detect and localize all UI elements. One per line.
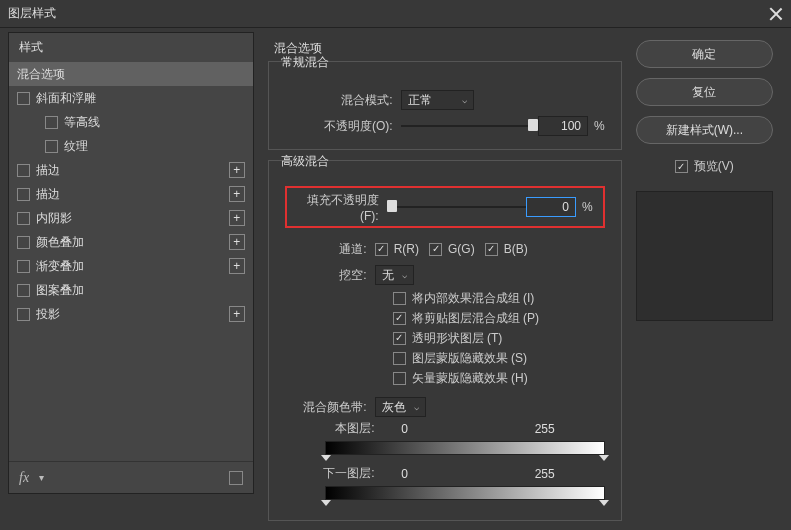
close-icon[interactable] <box>769 7 783 21</box>
highlight-box: 填充不透明度(F): 0 % <box>285 186 605 228</box>
opacity-slider[interactable] <box>401 117 538 135</box>
fill-opacity-input[interactable]: 0 <box>526 197 576 217</box>
blendif-value: 灰色 <box>382 399 406 416</box>
fill-opacity-label: 填充不透明度(F): <box>297 192 387 223</box>
sidebar-item-label: 渐变叠加 <box>36 258 229 275</box>
underlying-label: 下一图层: <box>285 465 375 482</box>
underlying-lo: 0 <box>385 467 425 481</box>
underlying-hi: 255 <box>525 467 565 481</box>
thislayer-label: 本图层: <box>285 420 375 437</box>
opt-layermask-checkbox[interactable]: 图层蒙版隐藏效果 (S) <box>393 348 605 368</box>
sidebar-item[interactable]: 混合选项 <box>9 62 253 86</box>
thislayer-lo: 0 <box>385 422 425 436</box>
sidebar-item-label: 描边 <box>36 162 229 179</box>
percent-label: % <box>594 119 605 133</box>
trash-icon[interactable] <box>229 471 243 485</box>
sidebar-list: 混合选项斜面和浮雕等高线纹理描边+描边+内阴影+颜色叠加+渐变叠加+图案叠加投影… <box>9 62 253 461</box>
channel-label: 通道: <box>285 241 375 258</box>
opt-clipped-checkbox[interactable]: 将剪贴图层混合成组 (P) <box>393 308 605 328</box>
right-panel: 确定 复位 新建样式(W)... 预览(V) <box>636 28 791 498</box>
opacity-input[interactable]: 100 <box>538 116 588 136</box>
preview-checkbox[interactable]: 预览(V) <box>636 158 773 175</box>
checkbox-icon[interactable] <box>17 308 30 321</box>
checkbox-icon[interactable] <box>17 284 30 297</box>
sidebar-item[interactable]: 描边+ <box>9 158 253 182</box>
new-style-button[interactable]: 新建样式(W)... <box>636 116 773 144</box>
sidebar-item[interactable]: 图案叠加 <box>9 278 253 302</box>
opt-vectormask-checkbox[interactable]: 矢量蒙版隐藏效果 (H) <box>393 368 605 388</box>
chevron-down-icon[interactable]: ▾ <box>39 472 44 483</box>
thislayer-ramp[interactable] <box>325 441 605 455</box>
preview-box <box>636 191 773 321</box>
sidebar-item[interactable]: 等高线 <box>9 110 253 134</box>
sidebar-item-label: 图案叠加 <box>36 282 245 299</box>
fx-icon[interactable]: fx <box>19 470 29 486</box>
blend-mode-label: 混合模式: <box>285 92 401 109</box>
sidebar-item[interactable]: 纹理 <box>9 134 253 158</box>
opt-inner-checkbox[interactable]: 将内部效果混合成组 (I) <box>393 288 605 308</box>
sidebar-item-label: 颜色叠加 <box>36 234 229 251</box>
plus-icon[interactable]: + <box>229 258 245 274</box>
knockout-select[interactable]: 无 ⌵ <box>375 265 414 285</box>
blend-mode-value: 正常 <box>408 92 432 109</box>
percent-label: % <box>582 200 593 214</box>
knockout-value: 无 <box>382 267 394 284</box>
checkbox-icon[interactable] <box>17 188 30 201</box>
sidebar-item[interactable]: 渐变叠加+ <box>9 254 253 278</box>
sidebar-item-label: 等高线 <box>64 114 245 131</box>
channel-b-checkbox[interactable]: B(B) <box>485 239 528 259</box>
sidebar-header: 样式 <box>9 33 253 62</box>
checkbox-icon[interactable] <box>45 116 58 129</box>
advanced-options-list: 将内部效果混合成组 (I) 将剪贴图层混合成组 (P) 透明形状图层 (T) 图… <box>393 288 605 388</box>
plus-icon[interactable]: + <box>229 186 245 202</box>
chevron-down-icon: ⌵ <box>414 402 419 412</box>
ok-button[interactable]: 确定 <box>636 40 773 68</box>
sidebar-footer: fx ▾ <box>9 461 253 493</box>
chevron-down-icon: ⌵ <box>462 95 467 105</box>
cancel-button[interactable]: 复位 <box>636 78 773 106</box>
window-title: 图层样式 <box>8 5 56 22</box>
sidebar-item-label: 内阴影 <box>36 210 229 227</box>
sidebar-item[interactable]: 斜面和浮雕 <box>9 86 253 110</box>
checkbox-icon[interactable] <box>17 164 30 177</box>
sidebar-item-label: 描边 <box>36 186 229 203</box>
checkbox-icon <box>675 160 688 173</box>
thislayer-hi: 255 <box>525 422 565 436</box>
plus-icon[interactable]: + <box>229 234 245 250</box>
blendif-label: 混合颜色带: <box>285 399 375 416</box>
general-blending-fieldset: 常规混合 混合模式: 正常 ⌵ 不透明度(O): 100 % <box>268 61 622 150</box>
blend-mode-select[interactable]: 正常 ⌵ <box>401 90 474 110</box>
preview-label: 预览(V) <box>694 158 734 175</box>
advanced-blending-fieldset: 高级混合 填充不透明度(F): 0 % 通道: R(R) G(G) B(B) <box>268 160 622 521</box>
sidebar-item[interactable]: 投影+ <box>9 302 253 326</box>
checkbox-icon[interactable] <box>17 260 30 273</box>
titlebar: 图层样式 <box>0 0 791 28</box>
checkbox-icon[interactable] <box>45 140 58 153</box>
fill-opacity-slider[interactable] <box>387 198 526 216</box>
chevron-down-icon: ⌵ <box>402 270 407 280</box>
sidebar-item-label: 纹理 <box>64 138 245 155</box>
plus-icon[interactable]: + <box>229 306 245 322</box>
plus-icon[interactable]: + <box>229 210 245 226</box>
sidebar-item-label: 斜面和浮雕 <box>36 90 245 107</box>
sidebar-item[interactable]: 颜色叠加+ <box>9 230 253 254</box>
sidebar-item-label: 混合选项 <box>17 66 245 83</box>
opt-transparent-checkbox[interactable]: 透明形状图层 (T) <box>393 328 605 348</box>
sidebar-item[interactable]: 描边+ <box>9 182 253 206</box>
blendif-select[interactable]: 灰色 ⌵ <box>375 397 426 417</box>
underlying-ramp[interactable] <box>325 486 605 500</box>
sidebar: 样式 混合选项斜面和浮雕等高线纹理描边+描边+内阴影+颜色叠加+渐变叠加+图案叠… <box>8 32 254 494</box>
content: 样式 混合选项斜面和浮雕等高线纹理描边+描边+内阴影+颜色叠加+渐变叠加+图案叠… <box>0 28 791 498</box>
opacity-label: 不透明度(O): <box>285 118 401 135</box>
checkbox-icon[interactable] <box>17 92 30 105</box>
checkbox-icon[interactable] <box>17 212 30 225</box>
sidebar-item-label: 投影 <box>36 306 229 323</box>
channel-r-checkbox[interactable]: R(R) <box>375 239 419 259</box>
blend-if-section: 混合颜色带: 灰色 ⌵ 本图层: 0 255 下一图层: 0 <box>285 394 605 500</box>
plus-icon[interactable]: + <box>229 162 245 178</box>
checkbox-icon[interactable] <box>17 236 30 249</box>
middle-panel: 混合选项 常规混合 混合模式: 正常 ⌵ 不透明度(O): 100 % 高级混合 <box>254 28 636 498</box>
channel-g-checkbox[interactable]: G(G) <box>429 239 475 259</box>
knockout-label: 挖空: <box>285 267 375 284</box>
sidebar-item[interactable]: 内阴影+ <box>9 206 253 230</box>
